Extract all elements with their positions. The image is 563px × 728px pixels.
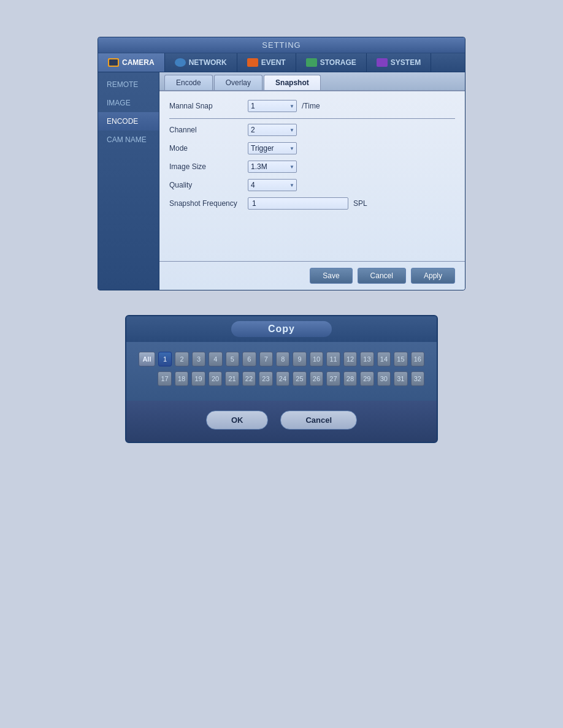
form-area: Mannal Snap 1 2 3 /Time Ch [159,91,465,224]
quality-label: Quality [169,181,243,189]
channel-btn-3[interactable]: 3 [192,352,205,366]
save-button[interactable]: Save [310,268,352,284]
event-icon [247,58,258,67]
channel-btn-17[interactable]: 17 [158,371,171,386]
snapshot-freq-row: Snapshot Frequency SPL [169,197,455,210]
tab-snapshot[interactable]: Snapshot [264,75,321,90]
nav-network-label: NETWORK [189,58,227,67]
channel-btn-13[interactable]: 13 [360,352,373,366]
nav-system[interactable]: SYSTEM [367,53,431,72]
tab-overlay[interactable]: Overlay [214,75,262,90]
image-size-label: Image Size [169,162,243,171]
channel-grid: All 1 2 3 4 5 6 7 8 9 10 11 12 13 14 15 [139,352,424,386]
channel-btn-7[interactable]: 7 [259,352,273,366]
channel-btn-10[interactable]: 10 [310,352,323,366]
channel-select-wrapper: 2 1 3 [248,124,297,136]
snapshot-freq-label: Snapshot Frequency [169,199,243,208]
mode-select[interactable]: Trigger Continuous [248,142,297,154]
nav-storage-label: STORAGE [320,58,356,67]
sidebar-item-remote[interactable]: REMOTE [98,75,159,94]
nav-event[interactable]: EVENT [237,53,296,72]
apply-button[interactable]: Apply [411,268,455,284]
channel-row-2: 17 18 19 20 21 22 23 24 25 26 27 28 29 3… [139,371,424,386]
copy-dialog: Copy All 1 2 3 4 5 6 7 8 9 [125,315,438,443]
channel-btn-20[interactable]: 20 [209,371,222,386]
channel-btn-22[interactable]: 22 [242,371,256,386]
manual-snap-select[interactable]: 1 2 3 [248,100,297,112]
channel-btn-1[interactable]: 1 [158,352,172,366]
channel-btn-21[interactable]: 21 [225,371,239,386]
sidebar-item-camname[interactable]: CAM NAME [98,131,159,149]
copy-title-text: Copy [268,324,295,334]
channel-btn-29[interactable]: 29 [360,371,373,386]
channel-btn-11[interactable]: 11 [326,352,340,366]
channel-btn-12[interactable]: 12 [343,352,357,366]
channel-btn-5[interactable]: 5 [226,352,239,366]
manual-snap-select-wrapper: 1 2 3 [248,100,297,112]
channel-btn-4[interactable]: 4 [209,352,222,366]
channel-label: Channel [169,126,243,134]
system-icon [377,58,388,67]
mode-row: Mode Trigger Continuous [169,142,455,154]
manual-snap-row: Mannal Snap 1 2 3 /Time [169,100,455,112]
channel-btn-2[interactable]: 2 [175,352,188,366]
channel-btn-23[interactable]: 23 [259,371,272,386]
channel-btn-15[interactable]: 15 [394,352,407,366]
snapshot-freq-input[interactable] [248,197,348,210]
quality-row: Quality 4 1 2 3 5 [169,179,455,191]
channel-select[interactable]: 2 1 3 [248,124,297,136]
network-icon [175,58,186,67]
nav-network[interactable]: NETWORK [165,53,237,72]
mode-label: Mode [169,144,243,153]
channel-btn-26[interactable]: 26 [310,371,323,386]
nav-event-label: EVENT [261,58,286,67]
snapshot-freq-unit: SPL [353,199,367,208]
channel-btn-32[interactable]: 32 [411,371,424,386]
separator [169,118,455,119]
sidebar-item-encode[interactable]: ENCODE [98,112,159,131]
camera-icon [108,58,119,67]
setting-panel: SETTING CAMERA NETWORK EVENT STORAGE [98,37,465,290]
channel-row-1: All 1 2 3 4 5 6 7 8 9 10 11 12 13 14 15 [139,352,424,366]
channel-btn-all[interactable]: All [139,352,155,366]
setting-title: SETTING [98,37,465,53]
nav-camera[interactable]: CAMERA [98,53,165,72]
panel-body: REMOTE IMAGE ENCODE CAM NAME Encode [98,72,465,290]
channel-btn-25[interactable]: 25 [293,371,306,386]
channel-btn-16[interactable]: 16 [411,352,424,366]
copy-cancel-button[interactable]: Cancel [280,411,357,430]
nav-storage[interactable]: STORAGE [296,53,367,72]
tabs-row: Encode Overlay Snapshot [159,72,465,91]
channel-btn-31[interactable]: 31 [394,371,407,386]
copy-title: Copy [231,321,332,337]
image-size-select-wrapper: 1.3M 2M 5M [248,161,297,173]
tab-encode[interactable]: Encode [164,75,213,90]
image-size-row: Image Size 1.3M 2M 5M [169,161,455,173]
quality-select[interactable]: 4 1 2 3 5 [248,179,297,191]
channel-btn-24[interactable]: 24 [276,371,289,386]
sidebar-item-image[interactable]: IMAGE [98,94,159,112]
image-size-select[interactable]: 1.3M 2M 5M [248,161,297,173]
channel-btn-18[interactable]: 18 [175,371,188,386]
channel-btn-14[interactable]: 14 [377,352,391,366]
bottom-buttons: Save Cancel Apply [159,261,465,290]
main-content: Encode Overlay Snapshot Mannal Snap [159,72,465,290]
copy-title-bar: Copy [126,316,437,342]
sidebar: REMOTE IMAGE ENCODE CAM NAME [98,72,159,290]
channel-btn-19[interactable]: 19 [191,371,205,386]
channel-btn-6[interactable]: 6 [242,352,256,366]
channel-btn-9[interactable]: 9 [293,352,306,366]
cancel-button[interactable]: Cancel [358,268,406,284]
copy-body: All 1 2 3 4 5 6 7 8 9 10 11 12 13 14 15 [126,342,437,396]
channel-btn-28[interactable]: 28 [343,371,357,386]
channel-btn-8[interactable]: 8 [276,352,289,366]
setting-title-text: SETTING [262,40,301,50]
channel-btn-30[interactable]: 30 [377,371,391,386]
nav-system-label: SYSTEM [391,58,421,67]
copy-ok-button[interactable]: OK [206,411,269,430]
manual-snap-label: Mannal Snap [169,102,243,110]
manual-snap-unit: /Time [302,102,320,110]
nav-camera-label: CAMERA [122,58,155,67]
channel-btn-27[interactable]: 27 [326,371,340,386]
storage-icon [306,58,317,67]
